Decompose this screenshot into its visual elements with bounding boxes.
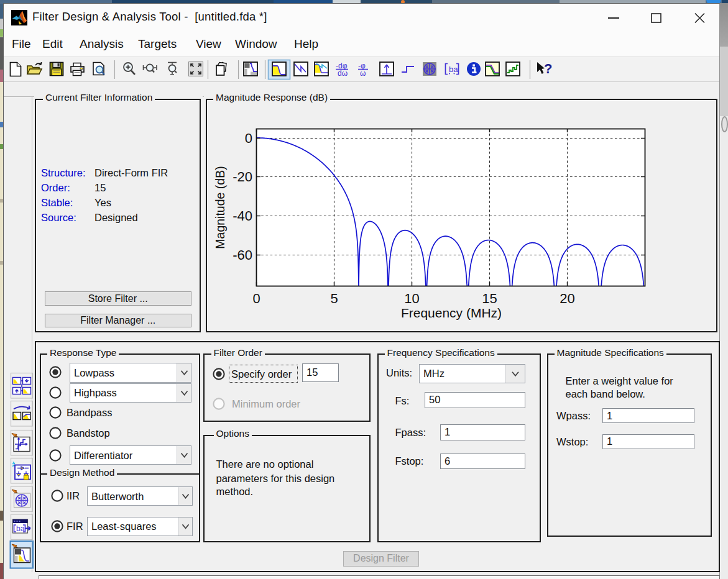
svg-text:Frequency (MHz): Frequency (MHz)	[401, 306, 502, 320]
svg-text:dω: dω	[338, 69, 348, 78]
svg-text:5: 5	[330, 291, 338, 306]
svg-text:15: 15	[482, 291, 497, 306]
svg-text:20: 20	[560, 291, 574, 306]
svg-text:Magnitude (dB): Magnitude (dB)	[213, 166, 227, 248]
svg-text:ba: ba	[449, 65, 458, 74]
svg-text:10: 10	[404, 291, 419, 306]
svg-text:-40: -40	[233, 208, 252, 224]
svg-text:0: 0	[252, 291, 260, 306]
svg-text:0: 0	[245, 130, 252, 146]
svg-text:ω: ω	[360, 69, 366, 78]
svg-text:-20: -20	[233, 169, 252, 185]
svg-text:-60: -60	[233, 247, 252, 263]
svg-text:?: ?	[544, 61, 552, 76]
svg-text:ba: ba	[16, 524, 25, 533]
